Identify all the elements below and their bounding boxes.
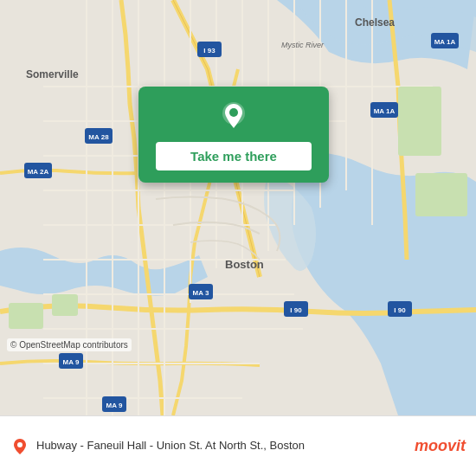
station-name-text: Hubway - Faneuil Hall - Union St. At Nor… xyxy=(36,439,408,453)
svg-text:MA 3: MA 3 xyxy=(193,289,209,297)
svg-text:I 90: I 90 xyxy=(394,306,406,314)
svg-rect-3 xyxy=(398,87,441,156)
svg-text:MA 28: MA 28 xyxy=(88,133,109,141)
svg-text:Chelsea: Chelsea xyxy=(355,16,395,29)
svg-text:MA 9: MA 9 xyxy=(63,358,80,366)
bottom-bar: Hubway - Faneuil Hall - Union St. At Nor… xyxy=(0,415,476,476)
location-pin-icon xyxy=(217,100,250,133)
svg-point-31 xyxy=(17,442,23,447)
copyright-text: © OpenStreetMap contributors xyxy=(7,338,132,351)
svg-text:MA 9: MA 9 xyxy=(106,402,123,409)
map-area: I 93 MA 28 MA 2A MA 3 MA 9 MA 9 MA 1A MA… xyxy=(0,0,476,415)
svg-rect-1 xyxy=(9,303,43,329)
svg-text:Somerville: Somerville xyxy=(26,68,79,80)
location-marker-icon xyxy=(10,437,29,456)
svg-text:MA 1A: MA 1A xyxy=(434,38,456,46)
moovit-logo: moovit xyxy=(415,437,466,455)
moovit-brand-text: moovit xyxy=(415,437,466,455)
svg-text:Mystic River: Mystic River xyxy=(281,41,325,49)
svg-text:MA 1A: MA 1A xyxy=(374,107,396,115)
svg-text:I 90: I 90 xyxy=(290,306,302,314)
take-me-there-button[interactable]: Take me there xyxy=(156,142,312,170)
svg-rect-4 xyxy=(415,173,467,216)
map-svg: I 93 MA 28 MA 2A MA 3 MA 9 MA 9 MA 1A MA… xyxy=(0,0,476,415)
svg-rect-2 xyxy=(52,294,78,316)
location-card: Take me there xyxy=(138,87,329,183)
svg-point-30 xyxy=(229,108,238,117)
svg-text:MA 2A: MA 2A xyxy=(28,168,49,176)
main-container: I 93 MA 28 MA 2A MA 3 MA 9 MA 9 MA 1A MA… xyxy=(0,0,476,476)
svg-text:I 93: I 93 xyxy=(203,47,215,55)
svg-text:Boston: Boston xyxy=(225,258,264,271)
